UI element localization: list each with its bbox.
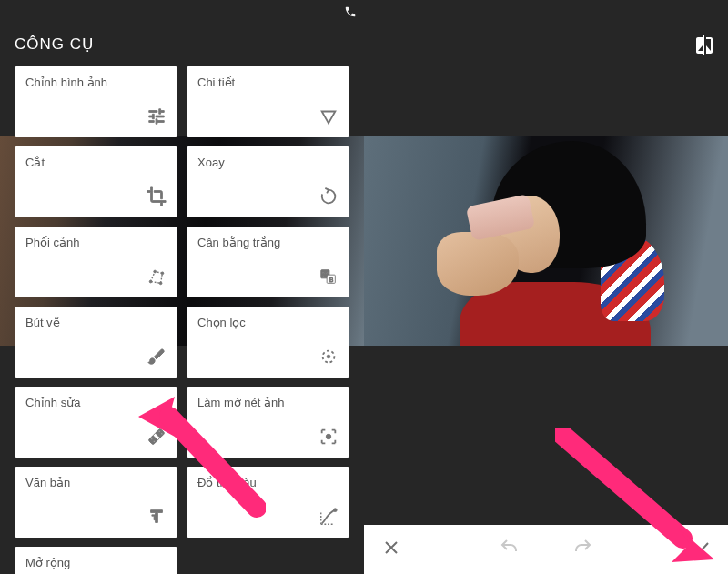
tools-grid: Chỉnh hình ảnh Chi tiết Cắt Xoay Phối cả… [0, 66, 364, 574]
tool-perspective[interactable]: Phối cảnh [15, 227, 177, 297]
tool-curves[interactable]: Đồ thị màu [187, 467, 349, 538]
tool-selective[interactable]: Chọn lọc [187, 307, 349, 378]
tool-healing[interactable]: Chỉnh sửa [15, 387, 177, 458]
rotate-icon [318, 186, 339, 210]
svg-point-9 [327, 355, 330, 358]
svg-point-15 [151, 438, 153, 440]
svg-point-16 [153, 440, 155, 442]
tool-brush[interactable]: Bút vẽ [15, 307, 177, 378]
healing-icon [147, 427, 167, 450]
svg-point-17 [326, 434, 331, 439]
tool-lens-blur[interactable]: Làm mờ nét ảnh [187, 387, 349, 458]
tool-tune-image[interactable]: Chỉnh hình ảnh [15, 66, 177, 137]
tool-label: Bút vẽ [25, 316, 167, 329]
tool-label: Đồ thị màu [197, 476, 339, 489]
tool-label: Chỉnh sửa [25, 396, 167, 409]
tools-panel: CÔNG CỤ Chỉnh hình ảnh Chi tiết Cắt Xoay… [0, 0, 364, 574]
selective-icon [318, 347, 339, 370]
tool-label: Chọn lọc [197, 316, 339, 329]
undo-button[interactable] [499, 537, 521, 562]
tool-expand[interactable]: Mở rộng [15, 547, 177, 574]
tool-label: Cân bằng trắng [197, 236, 339, 249]
call-icon [344, 5, 357, 21]
panel-title: CÔNG CỤ [0, 25, 364, 66]
white-balance-icon: WB [318, 267, 339, 290]
tool-rotate[interactable]: Xoay [187, 146, 349, 217]
tool-crop[interactable]: Cắt [15, 146, 177, 217]
tool-label: Phối cảnh [25, 236, 167, 249]
tool-label: Chi tiết [197, 76, 339, 89]
tool-white-balance[interactable]: Cân bằng trắng WB [187, 227, 349, 297]
status-bar [364, 0, 728, 25]
blur-icon [318, 427, 339, 450]
apply-button[interactable] [690, 537, 712, 562]
close-button[interactable] [380, 537, 402, 562]
redo-button[interactable] [571, 537, 593, 562]
triangle-down-icon [318, 106, 339, 130]
tune-icon [147, 106, 167, 130]
svg-point-2 [161, 272, 164, 275]
svg-text:B: B [329, 277, 333, 283]
svg-point-3 [159, 282, 162, 285]
editor-image[interactable] [364, 136, 728, 346]
tool-label: Làm mờ nét ảnh [197, 396, 339, 409]
editor-panel [364, 0, 728, 574]
tool-label: Mở rộng [25, 556, 167, 569]
text-icon [147, 507, 167, 530]
tool-label: Văn bản [25, 476, 167, 489]
tool-label: Chỉnh hình ảnh [25, 76, 167, 89]
svg-text:W: W [323, 271, 329, 277]
svg-point-1 [154, 270, 157, 273]
svg-point-0 [149, 280, 152, 283]
svg-point-14 [161, 433, 163, 435]
perspective-icon [147, 267, 167, 290]
brush-icon [147, 347, 167, 370]
tool-label: Cắt [25, 156, 167, 169]
curves-icon [318, 507, 339, 530]
svg-point-18 [334, 509, 338, 512]
status-bar [0, 0, 364, 25]
tool-text[interactable]: Văn bản [15, 467, 177, 538]
editor-bottombar [364, 525, 728, 574]
tool-label: Xoay [197, 156, 339, 169]
svg-point-13 [158, 430, 160, 432]
editor-topbar [364, 25, 728, 69]
tool-details[interactable]: Chi tiết [187, 66, 349, 137]
crop-icon [147, 186, 167, 210]
compare-icon[interactable] [693, 35, 715, 60]
